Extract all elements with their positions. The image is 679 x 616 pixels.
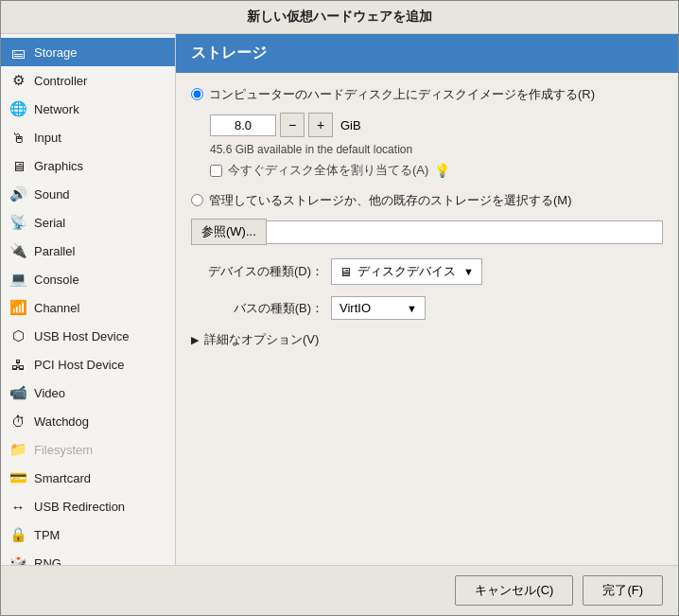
- channel-icon: 📶: [9, 298, 27, 317]
- bus-type-arrow: ▼: [407, 303, 417, 314]
- bus-type-value: VirtIO: [340, 301, 371, 315]
- browse-button[interactable]: 参照(W)...: [191, 219, 267, 245]
- sidebar-item-label: Sound: [34, 187, 70, 202]
- watchdog-icon: ⏱: [9, 412, 27, 431]
- sidebar-item-usbhost[interactable]: ⬡USB Host Device: [1, 322, 175, 350]
- sidebar-item-pcihost[interactable]: 🖧PCI Host Device: [1, 350, 175, 378]
- sidebar-item-rng[interactable]: 🎲RNG: [1, 549, 175, 565]
- device-type-row: デバイスの種類(D)： 🖥 ディスクデバイス ▼: [191, 258, 663, 285]
- sidebar-item-tpm[interactable]: 🔒TPM: [1, 520, 175, 549]
- radio-existing-row: 管理しているストレージか、他の既存のストレージを選択する(M): [191, 192, 663, 209]
- device-type-arrow: ▼: [463, 266, 474, 277]
- input-icon: 🖱: [9, 128, 27, 147]
- advanced-arrow-icon: ▶: [191, 334, 199, 346]
- advanced-options-row[interactable]: ▶ 詳細なオプション(V): [191, 331, 663, 348]
- radio-create-label[interactable]: コンピューターのハードディスク上にディスクイメージを作成する(R): [209, 86, 595, 103]
- section-body: コンピューターのハードディスク上にディスクイメージを作成する(R) − + Gi…: [176, 73, 678, 565]
- sidebar-item-parallel[interactable]: 🔌Parallel: [1, 237, 175, 265]
- size-unit: GiB: [340, 118, 361, 132]
- finish-button[interactable]: 完了(F): [583, 575, 663, 606]
- sidebar-item-label: USB Redirection: [34, 500, 125, 514]
- sidebar-item-label: PCI Host Device: [34, 358, 124, 372]
- sidebar-item-storage[interactable]: 🖴Storage: [1, 38, 175, 66]
- sidebar-item-input[interactable]: 🖱Input: [1, 123, 175, 151]
- existing-storage-row: 参照(W)...: [191, 219, 663, 245]
- tpm-icon: 🔒: [9, 525, 27, 544]
- controller-icon: ⚙: [9, 71, 27, 90]
- main-content: ストレージ コンピューターのハードディスク上にディスクイメージを作成する(R) …: [176, 34, 678, 565]
- device-type-dropdown[interactable]: 🖥 ディスクデバイス ▼: [331, 258, 482, 285]
- pci-icon: 🖧: [9, 355, 27, 374]
- bus-type-dropdown[interactable]: VirtIO ▼: [331, 296, 426, 320]
- console-icon: 💻: [9, 270, 27, 289]
- sidebar-item-label: Smartcard: [34, 471, 91, 485]
- sidebar-item-channel[interactable]: 📶Channel: [1, 293, 175, 322]
- sidebar-item-label: Watchdog: [34, 414, 89, 429]
- sidebar-item-watchdog[interactable]: ⏱Watchdog: [1, 407, 175, 435]
- device-type-label: デバイスの種類(D)：: [191, 263, 323, 280]
- dialog-body: 🖴Storage⚙Controller🌐Network🖱Input🖥Graphi…: [1, 34, 678, 565]
- existing-path-input[interactable]: [267, 220, 663, 244]
- sidebar-item-label: Graphics: [34, 159, 83, 173]
- hdd-icon: 🖴: [9, 43, 27, 62]
- sidebar-item-label: Controller: [34, 74, 87, 88]
- size-decrease-button[interactable]: −: [280, 113, 305, 137]
- sound-icon: 🔊: [9, 185, 27, 203]
- sidebar-item-label: USB Host Device: [34, 329, 129, 343]
- radio-create-row: コンピューターのハードディスク上にディスクイメージを作成する(R): [191, 86, 663, 103]
- dialog-title: 新しい仮想ハードウェアを追加: [1, 1, 678, 34]
- allocate-label[interactable]: 今すぐディスク全体を割り当てる(A): [228, 162, 428, 179]
- device-type-value: ディスクデバイス: [357, 263, 456, 280]
- parallel-icon: 🔌: [9, 241, 27, 260]
- device-type-icon: 🖥: [340, 265, 352, 279]
- network-icon: 🌐: [9, 99, 27, 118]
- sidebar-item-network[interactable]: 🌐Network: [1, 95, 175, 123]
- radio-existing-label[interactable]: 管理しているストレージか、他の既存のストレージを選択する(M): [209, 192, 572, 209]
- sidebar-item-label: Network: [34, 102, 79, 116]
- sidebar-item-label: Video: [34, 386, 65, 400]
- sidebar-item-serial[interactable]: 📡Serial: [1, 208, 175, 237]
- smartcard-icon: 💳: [9, 468, 27, 487]
- usbredir-icon: ↔: [9, 497, 27, 516]
- sidebar-item-label: Filesystem: [34, 443, 93, 457]
- sidebar-item-label: Parallel: [34, 244, 75, 258]
- available-text: 45.6 GiB available in the default locati…: [210, 143, 663, 156]
- sidebar: 🖴Storage⚙Controller🌐Network🖱Input🖥Graphi…: [1, 34, 176, 565]
- advanced-label: 詳細なオプション(V): [204, 331, 319, 348]
- sidebar-item-label: Channel: [34, 301, 79, 315]
- sidebar-item-label: Input: [34, 131, 61, 145]
- sidebar-item-label: TPM: [34, 528, 60, 542]
- sidebar-item-video[interactable]: 📹Video: [1, 378, 175, 407]
- sidebar-item-controller[interactable]: ⚙Controller: [1, 66, 175, 95]
- bus-type-label: バスの種類(B)：: [191, 300, 323, 317]
- sidebar-item-console[interactable]: 💻Console: [1, 265, 175, 293]
- sidebar-item-sound[interactable]: 🔊Sound: [1, 180, 175, 208]
- dialog-footer: キャンセル(C) 完了(F): [1, 565, 678, 615]
- sidebar-item-graphics[interactable]: 🖥Graphics: [1, 151, 175, 180]
- allocate-row: 今すぐディスク全体を割り当てる(A) 💡: [210, 162, 663, 179]
- usb-icon: ⬡: [9, 326, 27, 345]
- radio-create[interactable]: [191, 88, 203, 100]
- bulb-icon: 💡: [434, 163, 450, 178]
- sidebar-item-usbredir[interactable]: ↔USB Redirection: [1, 492, 175, 520]
- sidebar-item-label: Console: [34, 273, 79, 287]
- main-dialog: 新しい仮想ハードウェアを追加 🖴Storage⚙Controller🌐Netwo…: [0, 0, 679, 616]
- sidebar-item-label: RNG: [34, 556, 61, 566]
- serial-icon: 📡: [9, 213, 27, 232]
- sidebar-item-smartcard[interactable]: 💳Smartcard: [1, 464, 175, 492]
- section-header: ストレージ: [176, 34, 678, 73]
- size-input[interactable]: [210, 114, 276, 136]
- size-increase-button[interactable]: +: [308, 113, 333, 137]
- filesystem-icon: 📁: [9, 440, 27, 459]
- cancel-button[interactable]: キャンセル(C): [455, 575, 573, 606]
- radio-existing[interactable]: [191, 194, 203, 206]
- allocate-checkbox[interactable]: [210, 165, 222, 177]
- video-icon: 📹: [9, 383, 27, 402]
- sidebar-item-label: Storage: [34, 45, 78, 60]
- sidebar-item-label: Serial: [34, 216, 65, 230]
- graphics-icon: 🖥: [9, 156, 27, 175]
- sidebar-item-filesystem: 📁Filesystem: [1, 435, 175, 464]
- rng-icon: 🎲: [9, 554, 27, 565]
- size-row: − + GiB: [210, 113, 663, 137]
- bus-type-row: バスの種類(B)： VirtIO ▼: [191, 296, 663, 320]
